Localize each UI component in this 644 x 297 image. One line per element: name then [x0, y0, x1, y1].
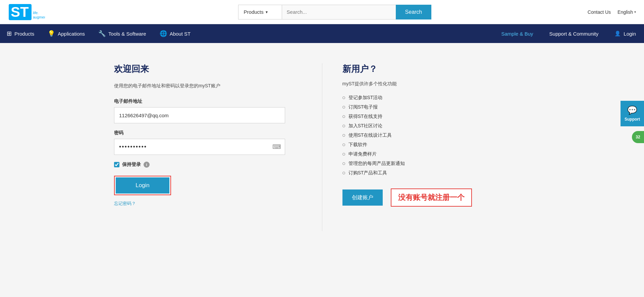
- wrench-icon: 🔧: [98, 30, 106, 37]
- list-item: 登记参加ST活动: [342, 93, 530, 102]
- login-panel: 欢迎回来 使用您的电子邮件地址和密码以登录您的myST账户 电子邮件地址 密码 …: [114, 63, 302, 231]
- nav-support-community[interactable]: Support & Community: [541, 24, 607, 43]
- st-logo[interactable]: ST life. augmented: [8, 3, 45, 21]
- svg-text:life.: life.: [33, 11, 39, 15]
- support-chat-icon: 💬: [627, 105, 637, 115]
- nav-bar: ⊞ Products 💡 Applications 🔧 Tools & Soft…: [0, 24, 644, 43]
- logo-area: ST life. augmented: [8, 3, 82, 21]
- nav-products-label: Products: [14, 31, 34, 37]
- register-panel: 新用户？ myST提供许多个性化功能 登记参加ST活动订阅ST电子报获得ST在线…: [342, 63, 530, 231]
- feature-list: 登记参加ST活动订阅ST电子报获得ST在线支持加入ST社区讨论使用ST在线设计工…: [342, 93, 530, 178]
- list-item: 订购ST产品和工具: [342, 168, 530, 178]
- feature-text: 加入ST社区讨论: [348, 123, 383, 129]
- language-label: English: [618, 9, 633, 15]
- top-bar: ST life. augmented Products ▾ Search Con…: [0, 0, 644, 24]
- chevron-down-icon: ▾: [266, 10, 268, 14]
- nav-item-tools[interactable]: 🔧 Tools & Software: [92, 24, 153, 43]
- login-button[interactable]: Login: [116, 177, 169, 194]
- language-selector[interactable]: English ▾: [618, 9, 636, 15]
- language-chevron-icon: ▾: [634, 10, 636, 14]
- nav-applications-label: Applications: [58, 31, 85, 37]
- main-content: 欢迎回来 使用您的电子邮件地址和密码以登录您的myST账户 电子邮件地址 密码 …: [87, 43, 557, 251]
- register-description: myST提供许多个性化功能: [342, 81, 530, 87]
- user-icon: 👤: [614, 31, 621, 37]
- remember-row: 保持登录 i: [114, 162, 302, 168]
- feature-text: 获得ST在线支持: [348, 114, 383, 120]
- create-account-row: 创建账户 没有账号就注册一个: [342, 188, 530, 207]
- remember-label: 保持登录: [122, 162, 141, 168]
- products-dropdown-label: Products: [244, 9, 264, 15]
- bullet-icon: [342, 134, 345, 137]
- svg-text:augmented: augmented: [33, 15, 45, 19]
- feature-text: 订购ST产品和工具: [348, 170, 387, 176]
- contact-us-link[interactable]: Contact Us: [588, 9, 611, 15]
- globe-icon: 🌐: [160, 30, 167, 37]
- list-item: 申请免费样片: [342, 150, 530, 159]
- list-item: 下载软件: [342, 140, 530, 150]
- info-icon[interactable]: i: [144, 162, 150, 168]
- nav-item-products[interactable]: ⊞ Products: [0, 24, 41, 43]
- nav-left: ⊞ Products 💡 Applications 🔧 Tools & Soft…: [0, 24, 197, 43]
- bullet-icon: [342, 162, 345, 165]
- feature-text: 管理您的每周产品更新通知: [348, 161, 405, 167]
- bullet-icon: [342, 96, 345, 99]
- feature-text: 订阅ST电子报: [348, 104, 378, 110]
- annotation-text: 没有账号就注册一个: [398, 193, 465, 203]
- login-subtitle: 使用您的电子邮件地址和密码以登录您的myST账户: [114, 83, 302, 89]
- svg-text:ST: ST: [11, 4, 29, 20]
- nav-about-label: About ST: [170, 31, 191, 37]
- bullet-icon: [342, 172, 345, 174]
- nav-item-about[interactable]: 🌐 About ST: [153, 24, 198, 43]
- notification-count: 32: [636, 135, 640, 139]
- list-item: 使用ST在线设计工具: [342, 131, 530, 140]
- grid-icon: ⊞: [7, 30, 12, 37]
- bullet-icon: [342, 125, 345, 127]
- feature-text: 登记参加ST活动: [348, 95, 383, 101]
- forgot-password-link[interactable]: 忘记密码？: [114, 201, 302, 207]
- list-item: 加入ST社区讨论: [342, 121, 530, 131]
- list-item: 管理您的每周产品更新通知: [342, 159, 530, 168]
- register-title: 新用户？: [342, 63, 530, 75]
- nav-sample-buy[interactable]: Sample & Buy: [493, 24, 541, 43]
- panel-divider: [322, 63, 322, 231]
- feature-text: 下载软件: [348, 142, 367, 148]
- bulb-icon: 💡: [48, 30, 55, 37]
- nav-login[interactable]: 👤 Login: [606, 24, 644, 43]
- nav-item-applications[interactable]: 💡 Applications: [41, 24, 92, 43]
- support-widget-label: Support: [625, 117, 640, 122]
- password-field[interactable]: [114, 139, 285, 155]
- notification-circle[interactable]: 32: [632, 131, 644, 143]
- feature-text: 使用ST在线设计工具: [348, 132, 392, 138]
- create-account-button[interactable]: 创建账户: [342, 189, 383, 206]
- bullet-icon: [342, 153, 345, 156]
- list-item: 订阅ST电子报: [342, 102, 530, 112]
- email-label: 电子邮件地址: [114, 98, 302, 104]
- search-input[interactable]: [282, 5, 396, 19]
- email-field[interactable]: [114, 107, 285, 123]
- login-title: 欢迎回来: [114, 63, 302, 75]
- support-widget[interactable]: 💬 Support: [621, 101, 644, 126]
- keyboard-icon[interactable]: ⌨: [272, 143, 281, 151]
- password-label: 密码: [114, 130, 302, 136]
- nav-login-label: Login: [624, 31, 636, 37]
- search-area: Products ▾ Search: [82, 5, 588, 19]
- feature-text: 申请免费样片: [348, 151, 377, 157]
- top-right-links: Contact Us English ▾: [588, 9, 636, 15]
- password-wrapper: ⌨: [114, 139, 285, 155]
- login-button-wrapper: Login: [114, 176, 171, 195]
- list-item: 获得ST在线支持: [342, 112, 530, 121]
- bullet-icon: [342, 106, 345, 109]
- nav-right: Sample & Buy Support & Community 👤 Login: [493, 24, 644, 43]
- bullet-icon: [342, 143, 345, 146]
- products-dropdown[interactable]: Products ▾: [238, 5, 282, 19]
- search-button[interactable]: Search: [396, 5, 432, 19]
- remember-checkbox[interactable]: [114, 162, 119, 167]
- nav-tools-label: Tools & Software: [108, 31, 146, 37]
- bullet-icon: [342, 115, 345, 118]
- annotation-box: 没有账号就注册一个: [391, 188, 472, 207]
